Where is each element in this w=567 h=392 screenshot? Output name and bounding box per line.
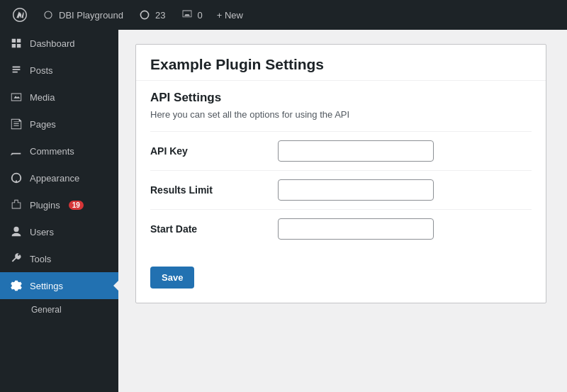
updates-bar-item[interactable]: 23: [130, 0, 172, 30]
new-content-bar-item[interactable]: + New: [210, 0, 250, 30]
sidebar: Dashboard Posts Media Pages: [0, 30, 118, 392]
sidebar-sub-item-general[interactable]: General: [0, 299, 118, 320]
sidebar-label-pages: Pages: [30, 119, 56, 130]
save-button[interactable]: Save: [150, 267, 194, 289]
sidebar-item-dashboard[interactable]: Dashboard: [0, 30, 118, 57]
users-icon: [10, 225, 23, 238]
sidebar-label-comments: Comments: [30, 146, 74, 157]
site-name-label: DBI Playground: [59, 10, 123, 21]
main-layout: Dashboard Posts Media Pages: [0, 30, 567, 392]
media-icon: [10, 91, 23, 103]
sidebar-item-users[interactable]: Users: [0, 218, 118, 245]
posts-icon: [10, 64, 23, 77]
plugins-badge: 19: [69, 201, 84, 210]
api-key-input[interactable]: [278, 140, 434, 162]
comments-count: 0: [198, 10, 203, 21]
sidebar-item-appearance[interactable]: Appearance: [0, 164, 118, 191]
sidebar-item-tools[interactable]: Tools: [0, 245, 118, 272]
sidebar-label-appearance: Appearance: [30, 173, 79, 184]
site-name-bar-item[interactable]: DBI Playground: [34, 0, 130, 30]
page-title: Example Plugin Settings: [136, 45, 546, 81]
content-area: Example Plugin Settings API Settings Her…: [118, 30, 567, 392]
start-date-input[interactable]: [278, 218, 434, 240]
updates-count: 23: [155, 10, 165, 21]
sidebar-label-dashboard: Dashboard: [30, 38, 75, 49]
sidebar-label-media: Media: [30, 92, 55, 103]
sidebar-item-plugins[interactable]: Plugins 19: [0, 191, 118, 218]
new-label: + New: [217, 10, 243, 21]
settings-fields: API Key Results Limit Start Date: [136, 131, 546, 262]
results-limit-label: Results Limit: [150, 184, 278, 196]
sidebar-label-plugins: Plugins: [30, 200, 60, 211]
admin-bar: DBI Playground 23 0 + New: [0, 0, 567, 30]
sidebar-item-pages[interactable]: Pages: [0, 111, 118, 138]
sidebar-label-users: Users: [30, 227, 54, 237]
appearance-icon: [10, 172, 23, 184]
sidebar-item-media[interactable]: Media: [0, 84, 118, 111]
comments-icon: [10, 145, 23, 157]
tools-icon: [10, 252, 23, 265]
sidebar-label-tools: Tools: [30, 254, 51, 264]
comments-bar-item[interactable]: 0: [173, 0, 210, 30]
sidebar-item-posts[interactable]: Posts: [0, 57, 118, 84]
results-limit-input[interactable]: [278, 179, 434, 201]
section-title: API Settings: [136, 81, 546, 109]
sidebar-label-settings: Settings: [30, 281, 63, 291]
api-key-row: API Key: [150, 131, 532, 170]
api-key-label: API Key: [150, 145, 278, 157]
sidebar-label-posts: Posts: [30, 65, 53, 76]
sidebar-item-settings[interactable]: Settings: [0, 272, 118, 299]
start-date-row: Start Date: [150, 209, 532, 248]
section-description: Here you can set all the options for usi…: [136, 109, 546, 131]
results-limit-row: Results Limit: [150, 170, 532, 209]
start-date-label: Start Date: [150, 223, 278, 235]
pages-icon: [10, 118, 23, 130]
settings-icon: [10, 279, 23, 292]
general-label: General: [31, 305, 62, 315]
plugins-icon: [10, 198, 23, 211]
dashboard-icon: [10, 37, 23, 50]
wp-logo[interactable]: [6, 0, 34, 30]
sidebar-item-comments[interactable]: Comments: [0, 138, 118, 164]
plugin-settings-panel: Example Plugin Settings API Settings Her…: [135, 44, 546, 303]
